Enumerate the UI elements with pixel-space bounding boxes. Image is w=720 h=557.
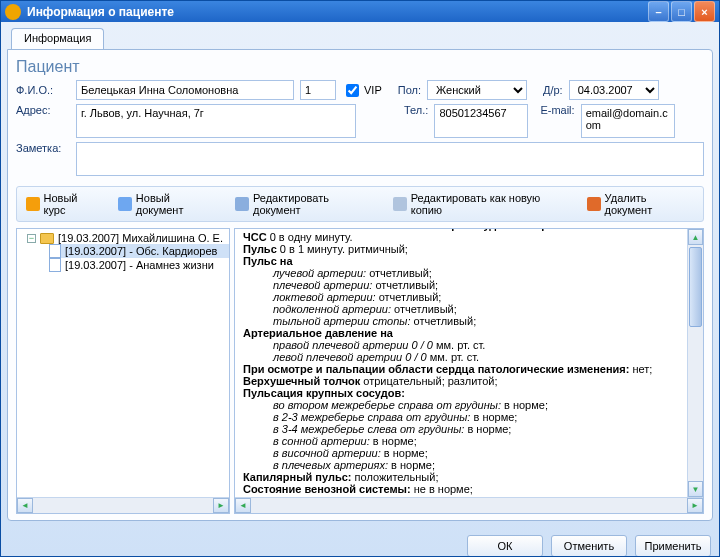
new-doc-button[interactable]: Новый документ [113, 189, 222, 219]
footer: ОК Отменить Применить [1, 527, 719, 557]
number-input[interactable] [300, 80, 336, 100]
scroll-thumb[interactable] [689, 247, 702, 327]
vip-checkbox[interactable] [346, 84, 359, 97]
new-course-button[interactable]: Новый курс [21, 189, 105, 219]
expand-icon[interactable]: − [27, 234, 36, 243]
minimize-button[interactable]: – [648, 1, 669, 22]
label-sex: Пол: [398, 84, 421, 96]
close-button[interactable]: × [694, 1, 715, 22]
tel-input[interactable]: 80501234567 [434, 104, 528, 138]
tabstrip: Информация [7, 28, 713, 50]
label-email: E-mail: [540, 104, 574, 116]
scroll-up-icon[interactable]: ▲ [688, 229, 703, 245]
scroll-down-icon[interactable]: ▼ [688, 481, 703, 497]
scroll-right-icon[interactable]: ► [213, 498, 229, 513]
scroll-right-icon[interactable]: ► [687, 498, 703, 513]
titlebar[interactable]: Информация о пациенте – □ × [1, 1, 719, 22]
folder-icon [40, 233, 54, 244]
address-input[interactable]: г. Львов, ул. Научная, 7г [76, 104, 356, 138]
delete-doc-icon [587, 197, 601, 211]
doc-icon [49, 244, 61, 258]
window-body: Информация Пациент Ф.И.О.: VIP Пол: Женс… [1, 22, 719, 527]
email-input[interactable]: email@domain.com [581, 104, 675, 138]
window: Информация о пациенте – □ × Информация П… [0, 0, 720, 557]
label-tel: Тел.: [404, 104, 428, 116]
cancel-button[interactable]: Отменить [551, 535, 627, 557]
new-doc-icon [118, 197, 132, 211]
tree-root[interactable]: − [19.03.2007] Михайлишина О. Е. [27, 232, 229, 244]
edit-copy-button[interactable]: Редактировать как новую копию [388, 189, 574, 219]
new-course-icon [26, 197, 40, 211]
splitter: − [19.03.2007] Михайлишина О. Е. [19.03.… [16, 228, 704, 514]
edit-doc-button[interactable]: Редактировать документ [230, 189, 380, 219]
dob-select[interactable]: 04.03.2007 [569, 80, 659, 100]
doc-toolbar: Новый курс Новый документ Редактировать … [16, 186, 704, 222]
doc-vscroll[interactable]: ▲ ▼ [687, 229, 703, 497]
window-title: Информация о пациенте [27, 5, 646, 19]
edit-copy-icon [393, 197, 407, 211]
info-panel: Пациент Ф.И.О.: VIP Пол: Женский Д/р: 04… [7, 49, 713, 521]
note-input[interactable] [76, 142, 704, 176]
doc-pane: Состояние больного на момент осмотра: не… [234, 228, 704, 514]
label-addr: Адрес: [16, 104, 70, 116]
apply-button[interactable]: Применить [635, 535, 711, 557]
maximize-button[interactable]: □ [671, 1, 692, 22]
scroll-left-icon[interactable]: ◄ [17, 498, 33, 513]
label-note: Заметка: [16, 142, 70, 154]
tree-pane[interactable]: − [19.03.2007] Михайлишина О. Е. [19.03.… [16, 228, 230, 514]
tree-hscroll[interactable]: ◄ ► [17, 497, 229, 513]
tree-item-1[interactable]: [19.03.2007] - Анамнез жизни [49, 258, 229, 272]
ok-button[interactable]: ОК [467, 535, 543, 557]
tree-item-0[interactable]: [19.03.2007] - Обс. Кардиорев [49, 244, 229, 258]
fio-input[interactable] [76, 80, 294, 100]
app-icon [5, 4, 21, 20]
doc-content[interactable]: Состояние больного на момент осмотра: не… [235, 229, 703, 497]
doc-icon [49, 258, 61, 272]
tab-info[interactable]: Информация [11, 28, 104, 50]
label-vip: VIP [364, 84, 382, 96]
delete-doc-button[interactable]: Удалить документ [582, 189, 699, 219]
scroll-left-icon[interactable]: ◄ [235, 498, 251, 513]
label-fio: Ф.И.О.: [16, 84, 70, 96]
doc-hscroll[interactable]: ◄ ► [235, 497, 703, 513]
label-dob: Д/р: [543, 84, 563, 96]
section-patient: Пациент [16, 58, 704, 76]
sex-select[interactable]: Женский [427, 80, 527, 100]
edit-doc-icon [235, 197, 249, 211]
